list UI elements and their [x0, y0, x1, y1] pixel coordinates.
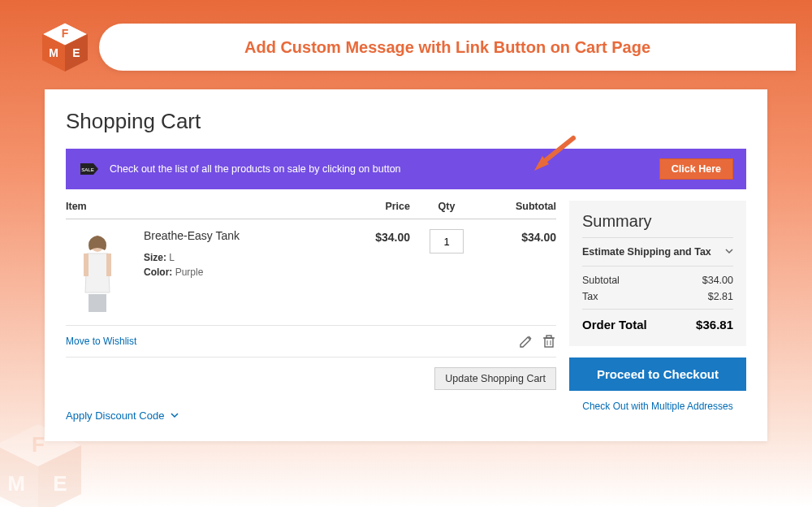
svg-text:E: E: [53, 471, 67, 496]
size-label: Size:: [144, 252, 166, 263]
col-header-price: Price: [345, 201, 410, 212]
proceed-to-checkout-button[interactable]: Proceed to Checkout: [569, 358, 746, 391]
svg-text:M: M: [49, 46, 58, 59]
svg-rect-14: [106, 254, 111, 276]
banner-title: Add Custom Message with Link Button on C…: [244, 38, 650, 57]
col-header-subtotal: Subtotal: [483, 201, 556, 212]
cart-card: Shopping Cart SALE Check out the list of…: [45, 89, 767, 441]
subtotal-label: Subtotal: [582, 275, 620, 286]
svg-text:SALE: SALE: [81, 167, 93, 172]
col-header-qty: Qty: [410, 201, 483, 212]
estimate-label: Estimate Shipping and Tax: [582, 246, 711, 258]
svg-marker-22: [38, 445, 81, 507]
item-price: $34.00: [345, 229, 410, 318]
chevron-down-icon: [171, 410, 179, 422]
svg-rect-12: [89, 294, 106, 312]
svg-text:F: F: [62, 27, 69, 40]
sale-tag-icon: SALE: [79, 162, 100, 176]
apply-discount-toggle[interactable]: Apply Discount Code: [66, 410, 556, 422]
update-cart-button[interactable]: Update Shopping Cart: [434, 367, 556, 390]
custom-message-button[interactable]: Click Here: [659, 158, 733, 180]
summary-panel: Summary Estimate Shipping and Tax Subtot…: [569, 201, 746, 346]
order-total-value: $36.81: [696, 318, 733, 332]
tax-value: $2.81: [708, 291, 733, 302]
color-value: Purple: [175, 266, 204, 278]
estimate-shipping-toggle[interactable]: Estimate Shipping and Tax: [582, 246, 733, 266]
subtotal-value: $34.00: [702, 275, 733, 286]
tax-label: Tax: [582, 291, 598, 302]
custom-message-text: Check out the list of all the products o…: [110, 163, 650, 175]
banner-pill: Add Custom Message with Link Button on C…: [99, 24, 796, 71]
svg-marker-21: [0, 445, 38, 507]
cart-item-row: Breathe-Easy Tank Size: L Color: Purple …: [66, 219, 556, 326]
edit-icon[interactable]: [519, 334, 533, 349]
page-title: Shopping Cart: [66, 109, 746, 134]
product-image[interactable]: [66, 229, 129, 318]
order-total-label: Order Total: [582, 318, 647, 332]
svg-text:M: M: [7, 471, 25, 496]
brand-logo: F M E: [37, 20, 93, 75]
multiple-addresses-link[interactable]: Check Out with Multiple Addresses: [569, 401, 746, 412]
col-header-item: Item: [66, 201, 345, 212]
custom-message-bar: SALE Check out the list of all the produ…: [66, 149, 746, 189]
color-label: Color:: [144, 266, 172, 278]
summary-heading: Summary: [582, 212, 733, 238]
discount-label: Apply Discount Code: [66, 410, 164, 422]
qty-input[interactable]: [430, 229, 464, 254]
item-subtotal: $34.00: [483, 229, 556, 318]
svg-text:E: E: [72, 46, 80, 59]
product-name[interactable]: Breathe-Easy Tank: [144, 229, 345, 242]
svg-rect-13: [84, 254, 89, 276]
trash-icon[interactable]: [542, 334, 556, 349]
svg-rect-15: [545, 338, 553, 347]
svg-text:F: F: [32, 432, 45, 457]
svg-rect-19: [546, 336, 551, 338]
cart-items-section: Item Price Qty Subtotal: [66, 201, 556, 422]
size-value: L: [169, 252, 175, 263]
chevron-down-icon: [725, 246, 733, 258]
move-to-wishlist-link[interactable]: Move to Wishlist: [66, 336, 136, 347]
